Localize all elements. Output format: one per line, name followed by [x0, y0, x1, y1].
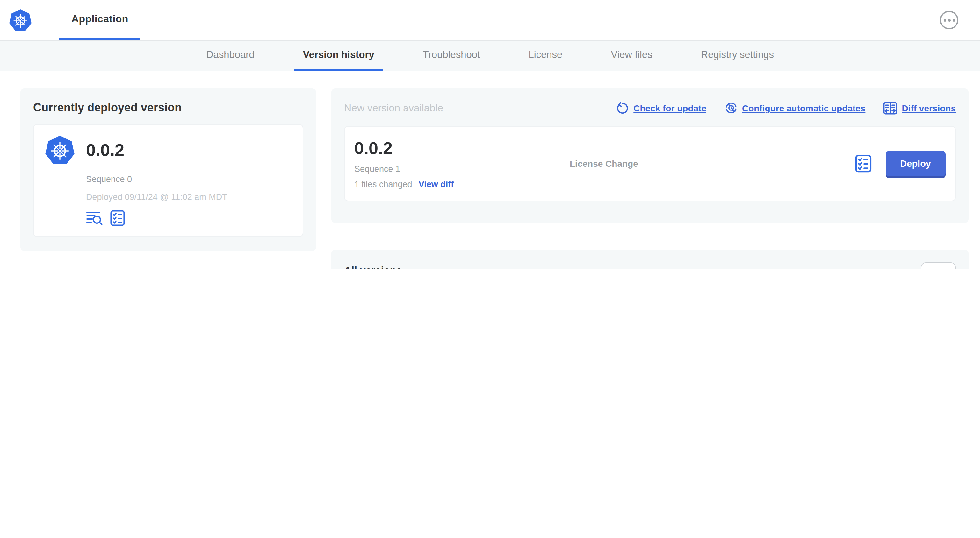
app-title: Application [72, 13, 128, 25]
top-header: Application [0, 0, 980, 41]
subnav-tab-license[interactable]: License [520, 41, 571, 71]
subnav-tab-registry-settings[interactable]: Registry settings [692, 41, 783, 71]
subnav-tab-dashboard[interactable]: Dashboard [197, 41, 264, 71]
version-number: 0.0.2 [354, 138, 570, 158]
versions-column: New version available Check for update [331, 89, 969, 269]
subnav-tab-troubleshoot[interactable]: Troubleshoot [414, 41, 489, 71]
preflight-checklist-button[interactable] [855, 155, 871, 173]
deploy-button[interactable]: Deploy [885, 151, 946, 176]
current-version-actions [86, 210, 293, 226]
ellipsis-icon [943, 19, 946, 21]
view-diff-link[interactable]: View diff [418, 179, 454, 189]
currently-deployed-title: Currently deployed version [33, 101, 303, 114]
check-for-update-link[interactable]: Check for update [616, 102, 706, 114]
kubernetes-logo-icon [8, 8, 32, 32]
all-versions-title: All versions [344, 265, 402, 269]
diff-icon [883, 102, 897, 114]
auto-update-clock-icon [724, 101, 738, 114]
more-menu-button[interactable] [940, 11, 958, 29]
diff-versions-link[interactable]: Diff versions [883, 102, 956, 114]
refresh-icon [616, 102, 629, 114]
currently-deployed-inner-card: 0.0.2 Sequence 0 Deployed 09/11/24 @ 11:… [33, 124, 303, 237]
version-source: License Change [570, 159, 638, 169]
results-per-page: Results per page: 20 [847, 262, 956, 269]
files-changed-text: 1 files changed [354, 179, 412, 189]
kubernetes-app-icon [44, 134, 76, 166]
new-version-section: New version available Check for update [331, 89, 969, 223]
preflight-checklist-icon [855, 155, 871, 173]
app-window: Application Dashboard Version history Tr… [0, 0, 980, 269]
results-per-page-select[interactable]: 20 [921, 262, 956, 269]
subnav-tab-view-files[interactable]: View files [602, 41, 661, 71]
app-subnav: Dashboard Version history Troubleshoot L… [0, 41, 980, 71]
tab-application[interactable]: Application [59, 0, 140, 40]
subnav-tab-version-history[interactable]: Version history [294, 41, 383, 71]
results-per-page-value: 20 [928, 269, 939, 269]
view-logs-icon[interactable] [86, 211, 103, 225]
app-logo [8, 0, 32, 40]
preflight-checklist-icon[interactable] [110, 210, 125, 226]
new-version-row: 0.0.2 Sequence 1 1 files changed View di… [344, 126, 956, 201]
current-version-number: 0.0.2 [86, 140, 293, 160]
all-versions-section: All versions Results per page: 20 [331, 249, 969, 269]
configure-automatic-updates-link[interactable]: Configure automatic updates [724, 101, 865, 114]
new-version-title: New version available [344, 102, 443, 114]
current-version-sequence: Sequence 0 [86, 175, 293, 184]
version-sequence: Sequence 1 [354, 164, 570, 173]
current-version-deployed-timestamp: Deployed 09/11/24 @ 11:02 am MDT [86, 192, 293, 202]
version-actions: Check for update Configure a [616, 101, 956, 114]
currently-deployed-card: Currently deployed version 0.0.2 Sequenc… [21, 89, 316, 251]
main-content: Currently deployed version 0.0.2 Sequenc… [0, 71, 980, 269]
